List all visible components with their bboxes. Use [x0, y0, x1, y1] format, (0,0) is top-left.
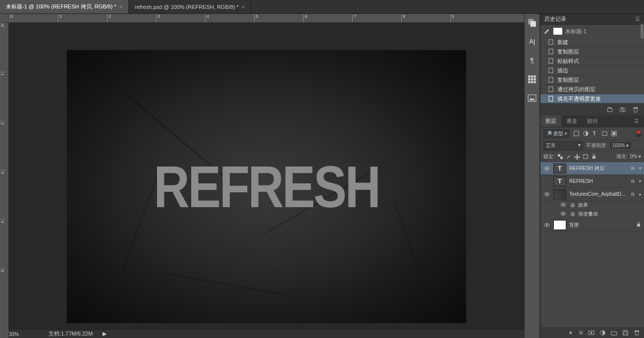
status-bar: 100% 文档:1.77M/6.22M ▶ [0, 329, 524, 338]
filter-adjust-icon[interactable] [582, 130, 590, 138]
close-icon[interactable]: × [119, 4, 122, 10]
svg-point-41 [562, 204, 564, 205]
canvas-text-layer[interactable]: REFRESH [154, 153, 379, 221]
add-from-state-icon[interactable] [606, 106, 613, 113]
svg-rect-18 [549, 87, 553, 92]
link-icon[interactable] [568, 330, 574, 336]
layer-row[interactable]: 背景 [540, 219, 644, 231]
filter-pixel-icon[interactable] [572, 130, 580, 138]
visibility-toggle[interactable] [543, 191, 550, 198]
filter-type-icon[interactable]: T [591, 130, 599, 138]
camera-icon[interactable] [619, 106, 626, 113]
chevron-right-icon[interactable]: ▶ [103, 331, 107, 337]
character-icon[interactable]: A| [526, 36, 538, 48]
history-item[interactable]: 新建 [540, 38, 644, 47]
close-icon[interactable]: × [242, 4, 245, 10]
chevron-down-icon[interactable]: ▾ [639, 179, 641, 183]
lock-move-icon[interactable] [574, 154, 580, 160]
svg-rect-7 [534, 78, 536, 81]
svg-marker-12 [529, 98, 535, 101]
filter-toggle[interactable] [636, 130, 641, 137]
layer-row[interactable]: T REFRESH fx▾ [540, 175, 644, 188]
visibility-toggle[interactable] [560, 202, 567, 209]
mask-icon[interactable] [588, 330, 594, 336]
lock-artboard-icon[interactable] [583, 154, 589, 160]
new-layer-icon[interactable] [622, 330, 629, 336]
ruler-vertical[interactable]: 0 1 2 3 4 5 [0, 23, 9, 338]
document-info[interactable]: 文档:1.77M/6.22M [49, 330, 93, 338]
ruler-tick: 2 [0, 121, 5, 170]
history-document-row[interactable]: 未标题-1 [540, 25, 644, 38]
ruler-horizontal[interactable]: 0 1 2 3 4 5 6 7 8 9 [9, 14, 524, 23]
fx-icon[interactable]: fx [579, 330, 583, 336]
lock-all-icon[interactable] [591, 154, 597, 160]
visibility-toggle[interactable] [543, 165, 550, 172]
visibility-toggle[interactable] [560, 211, 567, 218]
color-swatches-icon[interactable] [526, 17, 538, 29]
svg-rect-33 [560, 157, 563, 159]
panel-menu-icon[interactable]: ☰ [629, 115, 644, 127]
tab-layers[interactable]: 图层 [540, 115, 561, 127]
document-tab-2[interactable]: refresh.psd @ 100% (REFRESH, RGB/8) * × [129, 0, 251, 13]
layer-name[interactable]: TexturesCom_AsphaltD... [569, 191, 628, 197]
ruler-tick: 0 [9, 14, 58, 22]
filter-type-select[interactable]: 🔎类型▾ [543, 129, 569, 138]
lock-transparent-icon[interactable] [557, 154, 563, 160]
visibility-toggle[interactable] [543, 222, 550, 228]
panel-menu-icon[interactable]: ☰ [635, 16, 640, 22]
filter-shape-icon[interactable] [600, 130, 608, 138]
canvas-viewport[interactable]: REFRESH [9, 23, 524, 329]
trash-icon[interactable] [634, 330, 640, 336]
paragraph-icon[interactable]: ¶ [526, 55, 538, 66]
layer-row[interactable]: TexturesCom_AsphaltD... fx▴ [540, 188, 644, 201]
chevron-down-icon[interactable]: ▾ [639, 166, 641, 170]
history-item[interactable]: 通过拷贝的图层 [540, 85, 644, 94]
history-actions [540, 104, 644, 115]
layer-effects-row[interactable]: ⦿ 效果 [540, 201, 644, 210]
history-item[interactable]: 复制图层 [540, 75, 644, 85]
canvas[interactable]: REFRESH [67, 50, 466, 323]
svg-point-48 [590, 332, 592, 334]
svg-rect-25 [634, 108, 638, 109]
fx-badge[interactable]: fx [631, 179, 635, 184]
layer-row[interactable]: T REFRESH 拷贝 fx▾ [540, 162, 644, 175]
visibility-toggle[interactable] [543, 178, 550, 185]
ruler-origin[interactable] [0, 14, 9, 23]
filter-smart-icon[interactable] [610, 130, 618, 138]
svg-rect-35 [592, 156, 595, 159]
svg-rect-32 [558, 154, 560, 157]
history-item[interactable]: 粘贴样式 [540, 56, 644, 66]
svg-point-45 [546, 224, 547, 225]
document-tabs: 未标题-1 @ 100% (REFRESH 拷贝, RGB/8) * × ref… [0, 0, 644, 14]
svg-rect-1 [531, 21, 536, 27]
layer-name[interactable]: 背景 [569, 222, 633, 228]
history-item[interactable]: 描边 [540, 66, 644, 75]
fx-badge[interactable]: fx [631, 166, 635, 171]
chevron-up-icon[interactable]: ▴ [639, 192, 641, 196]
svg-rect-17 [549, 77, 553, 82]
fill-value[interactable]: 0% ▾ [630, 154, 641, 159]
svg-rect-14 [549, 49, 553, 54]
lock-brush-icon[interactable] [566, 154, 572, 160]
svg-rect-9 [531, 81, 534, 83]
opacity-value[interactable]: 100% ▾ [610, 142, 631, 149]
history-item[interactable]: 复制图层 [540, 47, 644, 56]
trash-icon[interactable] [632, 106, 639, 113]
blend-mode-select[interactable]: 正常▾ [543, 141, 583, 150]
adjustment-icon[interactable] [599, 330, 606, 336]
history-item[interactable]: 填充不透明度更改 [540, 94, 644, 104]
svg-rect-10 [534, 81, 536, 83]
folder-icon[interactable] [611, 330, 617, 336]
document-tab-1[interactable]: 未标题-1 @ 100% (REFRESH 拷贝, RGB/8) * × [0, 0, 129, 13]
fill-label: 填充: [616, 153, 628, 160]
fx-badge[interactable]: fx [631, 192, 635, 197]
layer-name[interactable]: REFRESH [569, 178, 628, 184]
layer-effect-item[interactable]: ⦿ 渐变叠加 [540, 210, 644, 219]
layer-name[interactable]: REFRESH 拷贝 [569, 165, 628, 172]
image-icon[interactable] [526, 92, 538, 104]
tab-paths[interactable]: 路径 [582, 115, 603, 127]
grid-icon[interactable] [526, 73, 538, 85]
opacity-label: 不透明度: [586, 142, 607, 149]
tab-channels[interactable]: 通道 [561, 115, 582, 127]
scrollbar-thumb[interactable] [641, 24, 644, 39]
